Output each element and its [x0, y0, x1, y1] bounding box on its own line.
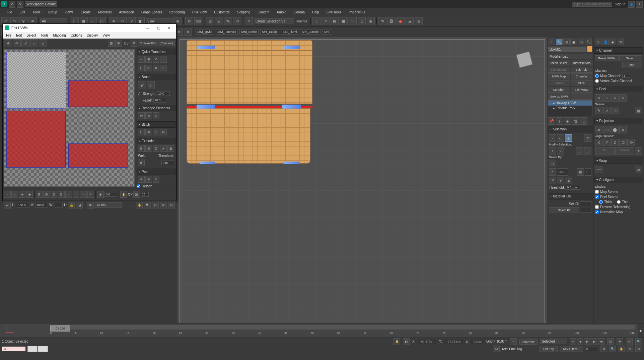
planar-angle[interactable]: [557, 168, 568, 176]
peelseams-check[interactable]: [595, 195, 599, 199]
mirror-icon[interactable]: ⎌: [312, 17, 320, 25]
exp-5-icon[interactable]: ▦: [167, 145, 174, 152]
angle-snap-icon[interactable]: ∠: [215, 17, 223, 25]
menu-file[interactable]: File: [3, 9, 15, 15]
prevent-check[interactable]: [595, 205, 599, 209]
sel-6-icon[interactable]: ⋮: [73, 191, 79, 198]
keyfilters-button[interactable]: Key Filters...: [560, 346, 583, 352]
align-view-icon[interactable]: ⊡: [619, 139, 627, 146]
mapchan-radio[interactable]: [595, 74, 599, 78]
qt-5-icon[interactable]: ⊟: [138, 65, 145, 71]
nav-zoom-icon[interactable]: 🔍: [609, 346, 616, 352]
quick-transform-header[interactable]: Quick Transform: [137, 49, 175, 55]
x-axis-icon[interactable]: ✕: [549, 177, 556, 184]
motion-tab-icon[interactable]: ◉: [570, 39, 577, 45]
render-setup-icon[interactable]: ⚗: [378, 17, 386, 25]
selectid-input[interactable]: [580, 208, 591, 213]
nav-3-icon[interactable]: ⟲: [626, 338, 633, 345]
y-axis-icon[interactable]: Y: [557, 177, 564, 184]
close-button[interactable]: ✕: [164, 24, 174, 31]
sini-scribe-tag[interactable]: SiNi_Scribe: [239, 29, 259, 35]
mapseams-check[interactable]: [595, 190, 599, 194]
menu-group[interactable]: Group: [45, 9, 61, 15]
mod-extrude[interactable]: Extrude: [548, 80, 570, 86]
center-button[interactable]: Center: [615, 147, 635, 155]
curve-editor-icon[interactable]: 〰: [349, 17, 357, 25]
nav-4-icon[interactable]: 🔍: [635, 338, 642, 345]
script-listener[interactable]: 3 ▢: [2, 347, 25, 351]
menu-edit[interactable]: Edit: [16, 9, 28, 15]
mod-unwrapuvw[interactable]: Unwrap UVW: [548, 94, 570, 100]
thick-radio[interactable]: [599, 200, 603, 204]
macro-label[interactable]: Macro1: [295, 19, 309, 23]
configure-sets-icon[interactable]: ⊞: [580, 117, 587, 125]
abs-rel-icon[interactable]: ⇄: [4, 202, 11, 208]
modifier-list-select[interactable]: Modifier List: [548, 54, 592, 59]
brush-relax-icon[interactable]: ◇: [147, 81, 155, 89]
sel-4-icon[interactable]: ⊡: [58, 191, 65, 198]
winbtn-2[interactable]: [38, 346, 48, 352]
snap-icon[interactable]: ⊞: [206, 17, 214, 25]
peel-rollout[interactable]: Peel: [594, 86, 643, 92]
sel-sync-icon[interactable]: ⟲: [584, 134, 591, 142]
checker-icon[interactable]: ▦: [133, 191, 140, 198]
sini-forensic-tag[interactable]: SiNi_Forensic: [216, 29, 238, 35]
soft-sel-icon[interactable]: ◉: [97, 191, 104, 198]
search-input[interactable]: [572, 2, 612, 7]
z-value[interactable]: 0.0cm: [471, 340, 484, 344]
redo-icon[interactable]: ↷: [17, 1, 23, 8]
prev-frame-icon[interactable]: ◀: [577, 338, 583, 345]
spinner-snap-icon[interactable]: ⟲: [233, 17, 241, 25]
modifier-stack[interactable]: ▸ Unwrap UVW ▸ Editable Poly: [548, 100, 592, 116]
rp2-2-icon[interactable]: 👤: [602, 39, 609, 45]
sg-num[interactable]: [585, 168, 591, 176]
manip-icon[interactable]: ⚙: [185, 17, 193, 25]
detach-check[interactable]: [137, 184, 140, 188]
peel-reset-icon[interactable]: ⊝: [603, 94, 611, 102]
uvw-show-map-icon[interactable]: ▦: [108, 40, 115, 47]
seam-edit-icon[interactable]: ✎: [595, 107, 602, 114]
proj-cyl-icon[interactable]: ⬭: [603, 126, 611, 133]
proj-planar-icon[interactable]: ▱: [595, 126, 602, 133]
uvw-scale-icon[interactable]: ⤢: [21, 39, 29, 47]
menu-rendering[interactable]: Rendering: [166, 9, 188, 15]
softsel-val[interactable]: [104, 192, 117, 197]
opt-icon[interactable]: ✱: [87, 202, 94, 208]
mod-turbosmooth[interactable]: TurboSmooth: [571, 60, 593, 66]
uvw-move-icon[interactable]: ✥: [4, 39, 12, 47]
undo-icon[interactable]: ↶: [9, 1, 15, 8]
proj-sphere-icon[interactable]: ⬤: [611, 126, 619, 133]
load-uvws-button[interactable]: Load...: [622, 62, 642, 68]
mod-morpher[interactable]: Morpher: [548, 87, 570, 93]
uvw-rotate-icon[interactable]: ⟳: [13, 39, 21, 47]
winbtn-1[interactable]: [27, 346, 38, 352]
ls-8-icon[interactable]: ◈: [184, 28, 192, 36]
mod-meshselect[interactable]: Mesh Select: [548, 60, 570, 66]
zoom-pan-icon[interactable]: ✋: [136, 202, 143, 208]
stitch-4-icon[interactable]: ⊠: [160, 129, 167, 135]
uvw-mirror-icon[interactable]: ⎌: [39, 39, 47, 47]
qt-3-icon[interactable]: ⟲: [153, 56, 159, 63]
sini-sculpt-tag[interactable]: SiNi_Sculpt: [260, 29, 279, 35]
keymode-icon[interactable]: ⌨: [194, 17, 202, 25]
fit-button[interactable]: Fit: [595, 147, 615, 155]
save-uvws-button[interactable]: Save...: [619, 55, 643, 61]
weld-icon[interactable]: ✱: [138, 160, 145, 166]
peel-2-icon[interactable]: ⊝: [145, 176, 152, 183]
reshape-2-icon[interactable]: ◈: [145, 112, 152, 119]
reshape-3-icon[interactable]: ◇: [153, 112, 159, 119]
signin-link[interactable]: Sign In: [614, 2, 627, 6]
uvw-menu-mapping[interactable]: Mapping: [51, 33, 68, 38]
sel-2-icon[interactable]: ⊟: [43, 191, 50, 198]
menu-create[interactable]: Create: [77, 9, 94, 15]
ribbon-icon[interactable]: ▦: [340, 17, 348, 25]
stack-editpoly[interactable]: ▸ Editable Poly: [548, 106, 592, 111]
brush-paint-icon[interactable]: 🖌: [138, 81, 146, 89]
stitch-2-icon[interactable]: ⊞: [145, 129, 152, 135]
matids-rollout[interactable]: Material IDs: [548, 193, 592, 199]
thin-radio[interactable]: [617, 200, 621, 204]
exp-4-icon[interactable]: ※: [160, 145, 167, 152]
uvw-menu-display[interactable]: Display: [85, 33, 100, 38]
filter-all[interactable]: All: [40, 18, 67, 24]
zoom-region-icon[interactable]: ⊟: [168, 202, 175, 208]
